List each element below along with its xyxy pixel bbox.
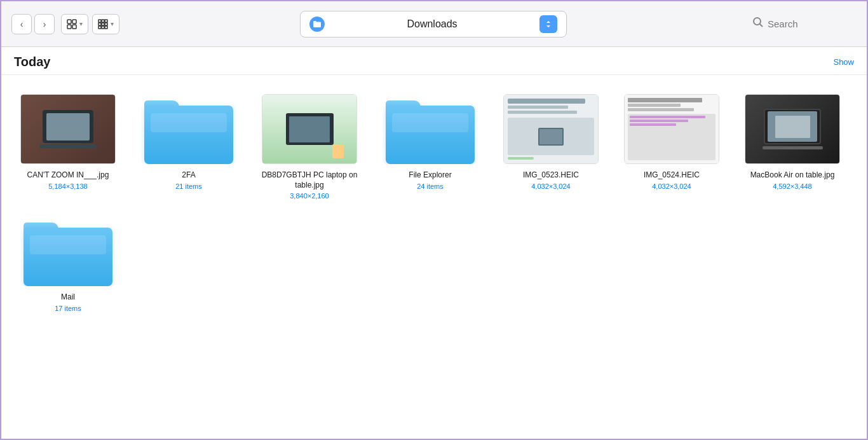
- file-meta-macbook-air: 4,592×3,448: [773, 182, 811, 190]
- file-item-img0523[interactable]: IMG_0523.HEIC4,032×3,024: [491, 88, 611, 210]
- svg-rect-9: [105, 23, 107, 25]
- svg-rect-1: [72, 20, 76, 24]
- file-meta-file-explorer: 24 items: [417, 182, 444, 190]
- location-arrows-button[interactable]: [539, 15, 557, 33]
- file-name-db8d7: DB8D7GBTJH PC laptop on table.jpg: [259, 170, 360, 190]
- view-controls: ▾ ▾: [61, 14, 119, 34]
- location-folder-icon: [309, 17, 325, 32]
- file-name-img0524: IMG_0524.HEIC: [644, 170, 700, 181]
- file-item-mail[interactable]: Mail17 items: [8, 210, 128, 322]
- forward-button[interactable]: ›: [34, 14, 55, 34]
- file-item-macbook-air[interactable]: MacBook Air on table.jpg4,592×3,448: [732, 88, 853, 210]
- file-meta-img0523: 4,032×3,024: [531, 182, 570, 190]
- svg-point-13: [754, 18, 761, 25]
- location-bar: Downloads: [131, 11, 736, 38]
- location-name: Downloads: [330, 18, 534, 30]
- back-button[interactable]: ‹: [11, 14, 32, 34]
- icon-view-chevron: ▾: [79, 20, 83, 27]
- svg-rect-2: [67, 25, 71, 29]
- section-show-button[interactable]: Show: [833, 57, 854, 67]
- file-meta-img0524: 4,032×3,024: [652, 182, 691, 190]
- file-grid: CAN'T ZOOM IN___.jpg5,184×3,138 2FA21 it…: [1, 75, 867, 436]
- file-item-db8d7[interactable]: DB8D7GBTJH PC laptop on table.jpg3,840×2…: [249, 88, 370, 210]
- file-name-macbook-air: MacBook Air on table.jpg: [750, 170, 835, 181]
- file-meta-2fa: 21 items: [175, 182, 202, 190]
- section-header: Today Show: [1, 47, 867, 75]
- svg-rect-3: [72, 25, 76, 29]
- file-meta-mail: 17 items: [55, 305, 81, 312]
- file-name-mail: Mail: [61, 292, 75, 303]
- search-icon: [752, 17, 764, 31]
- file-meta-db8d7: 3,840×2,160: [290, 192, 329, 200]
- svg-rect-11: [102, 26, 104, 29]
- nav-buttons: ‹ ›: [11, 14, 55, 34]
- location-pill[interactable]: Downloads: [300, 11, 567, 38]
- file-item-file-explorer[interactable]: File Explorer24 items: [370, 88, 491, 210]
- file-item-cant-zoom[interactable]: CAN'T ZOOM IN___.jpg5,184×3,138: [8, 88, 128, 210]
- toolbar: ‹ › ▾ ▾: [1, 1, 867, 47]
- svg-rect-6: [105, 20, 107, 22]
- section-title: Today: [14, 55, 50, 69]
- file-name-2fa: 2FA: [182, 170, 195, 181]
- icon-view-button[interactable]: ▾: [61, 14, 88, 34]
- search-input[interactable]: [768, 18, 857, 29]
- svg-rect-5: [102, 20, 104, 22]
- search-area: [752, 17, 857, 31]
- svg-line-14: [760, 24, 763, 27]
- svg-rect-0: [67, 20, 71, 24]
- file-name-cant-zoom: CAN'T ZOOM IN___.jpg: [27, 170, 109, 181]
- svg-rect-7: [98, 23, 101, 25]
- svg-rect-8: [102, 23, 104, 25]
- svg-rect-10: [98, 26, 101, 29]
- group-view-chevron: ▾: [111, 20, 114, 27]
- file-item-2fa[interactable]: 2FA21 items: [128, 88, 249, 210]
- svg-rect-12: [105, 26, 107, 29]
- group-view-button[interactable]: ▾: [92, 14, 119, 34]
- file-meta-cant-zoom: 5,184×3,138: [48, 182, 87, 190]
- file-name-img0523: IMG_0523.HEIC: [523, 170, 579, 181]
- file-item-img0524[interactable]: IMG_0524.HEIC4,032×3,024: [611, 88, 732, 210]
- file-name-file-explorer: File Explorer: [409, 170, 451, 181]
- svg-rect-4: [98, 20, 101, 22]
